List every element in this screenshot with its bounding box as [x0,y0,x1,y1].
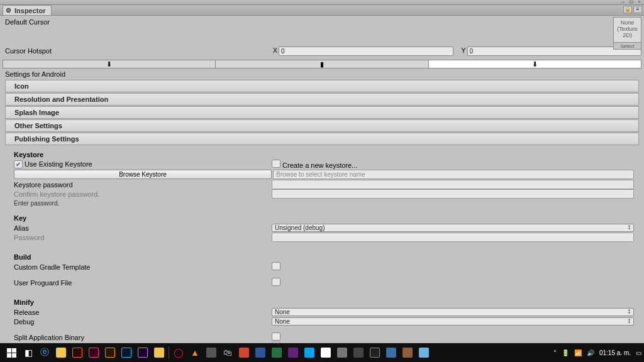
build-header: Build [14,253,634,261]
restore-icon[interactable]: ▭ [628,0,635,4]
premiere-icon[interactable] [135,344,151,361]
gradle-template-label: Custom Gradle Template [14,263,272,271]
hotspot-x-label: X [270,47,279,56]
gear-icon: ⚙ [6,7,13,14]
default-cursor-row: Default Cursor [3,17,641,27]
store-icon[interactable]: 🛍 [219,344,236,361]
hotspot-x-input[interactable] [279,47,453,56]
alias-dropdown[interactable]: Unsigned (debug) [272,224,634,232]
start-button[interactable] [3,344,20,361]
app-icon[interactable] [350,344,367,361]
vs-icon[interactable] [285,344,301,361]
platform-tabs: ⬇ ▮ ⬇ [3,60,641,69]
section-other[interactable]: Other Settings [5,119,639,132]
powerpoint-icon[interactable] [236,344,252,361]
key-header: Key [14,214,634,222]
phone-icon: ▮ [320,60,324,68]
notifications-icon[interactable]: ▭ [636,349,641,356]
cursor-hotspot-row: Cursor Hotspot X Y [3,46,641,56]
minify-release-dropdown[interactable]: None [272,308,634,316]
app-icon[interactable] [318,344,334,361]
keystore-confirm-input[interactable] [272,189,634,199]
texture-select-button[interactable]: Select [614,42,641,49]
clock[interactable]: 01:15 a. m. [599,349,631,356]
proguard-checkbox[interactable] [272,278,280,286]
edge-icon[interactable]: ⓔ [36,344,53,361]
unity-icon[interactable] [367,344,383,361]
platform-tab-standalone[interactable]: ⬇ [3,60,216,68]
min-icon[interactable]: – [619,0,626,4]
system-tray: ˄ 🔋 📶 🔊 01:15 a. m. ▭ [553,343,641,362]
photoshop-icon[interactable] [118,344,135,361]
vlc-icon[interactable]: ▲ [187,344,203,361]
cursor-hotspot-label: Cursor Hotspot [3,47,270,55]
context-menu-icon[interactable]: ≡ [633,6,642,13]
texture-none-box[interactable]: None (Texture 2D) Select [613,17,641,50]
inspector-tab-label: Inspector [14,7,46,14]
settings-title: Settings for Android [3,69,641,80]
chevron-up-icon[interactable]: ˄ [553,349,557,356]
key-password-label: Password [14,234,272,241]
default-cursor-label: Default Cursor [3,18,273,26]
lock-icon[interactable]: 🔒 [623,6,632,13]
battery-icon[interactable]: 🔋 [562,349,569,356]
window-titlebar: – ▭ × [0,0,644,5]
app-icon[interactable] [383,344,399,361]
word-icon[interactable] [252,344,269,361]
proguard-label: User Proguard File [14,279,272,287]
folder-icon[interactable] [151,344,167,361]
checkbox-icon[interactable]: ✔ [14,160,23,168]
key-password-input[interactable] [272,233,634,242]
download-icon: ⬇ [532,60,538,68]
split-binary-label: Split Application Binary [14,334,272,341]
section-resolution[interactable]: Resolution and Presentation [5,93,639,106]
alias-label: Alias [14,224,272,232]
minify-debug-dropdown[interactable]: None [272,317,634,326]
volume-icon[interactable]: 🔊 [587,349,594,356]
illustrator-icon[interactable] [102,344,118,361]
minify-header: Minify [14,299,634,306]
platform-tab-android[interactable]: ⬇ [429,60,641,68]
opera-icon[interactable]: ◯ [170,344,187,361]
keystore-confirm-label: Confirm keystore password. [14,190,272,198]
excel-icon[interactable] [269,344,285,361]
app-icon[interactable] [301,344,318,361]
keystore-path-input[interactable]: Browse to select keystore name [273,170,634,179]
minify-release-label: Release [14,309,272,316]
app-icon[interactable] [399,344,416,361]
section-icon[interactable]: Icon [5,80,639,92]
taskbar-separator [169,346,169,359]
keystore-header: Keystore [14,151,634,158]
enter-password-note: Enter password. [14,200,634,207]
close-icon[interactable]: × [636,0,643,4]
hotspot-y-label: Y [458,47,467,56]
minify-debug-label: Debug [14,318,272,326]
app-icon[interactable] [416,344,432,361]
section-splash[interactable]: Splash Image [5,106,639,119]
browse-keystore-button[interactable]: Browse Keystore [14,170,272,179]
use-existing-keystore[interactable]: ✔ Use Existing Keystore [14,160,272,168]
tab-strip: ⚙ Inspector 🔒 ≡ [0,5,644,16]
animate-icon[interactable] [69,344,86,361]
checkbox-icon[interactable] [272,160,280,168]
platform-tab-ios[interactable]: ▮ [216,60,428,68]
create-new-keystore[interactable]: Create a new keystore... [282,162,357,169]
section-publishing[interactable]: Publishing Settings [5,133,639,145]
app-icon[interactable] [334,344,350,361]
download-icon: ⬇ [106,60,112,68]
inspector-tab[interactable]: ⚙ Inspector [3,5,52,15]
gradle-template-checkbox[interactable] [272,262,280,270]
keystore-password-input[interactable] [272,180,634,189]
keystore-password-label: Keystore password [14,181,272,189]
app-icon[interactable] [203,344,219,361]
split-binary-checkbox[interactable] [272,332,280,341]
indesign-icon[interactable] [86,344,102,361]
windows-taskbar: ◧ ⓔ ◯ ▲ 🛍 ˄ 🔋 📶 🔊 01:15 a. m. ▭ [0,343,644,362]
explorer-icon[interactable] [53,344,69,361]
taskview-icon[interactable]: ◧ [20,344,36,361]
windows-logo-icon [7,348,16,358]
wifi-icon[interactable]: 📶 [574,349,582,356]
